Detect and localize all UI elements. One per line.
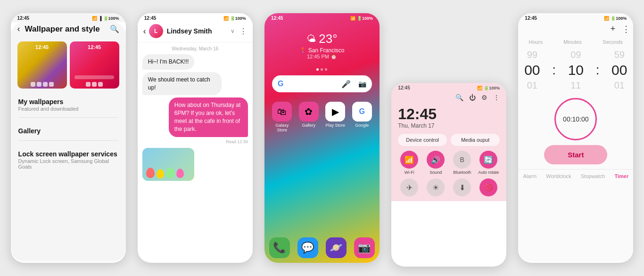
device-control-btn[interactable]: Device control [398, 134, 447, 146]
page-dots [264, 68, 380, 71]
home-bottom-bar: 📞 💬 🪐 📷 [264, 237, 380, 258]
timer-scroll: 99 00 01 : 09 10 11 : 59 00 01 [518, 47, 633, 93]
my-wallpapers-title: My wallpapers [18, 98, 118, 106]
wp-screen-icons-left [17, 82, 67, 87]
wp-clock-left: 12:45 [35, 44, 49, 50]
search-bar[interactable]: G 🎤 📷 [272, 75, 372, 92]
app-google[interactable]: G Google [351, 102, 373, 132]
chevron-icon[interactable]: ∨ [231, 28, 235, 34]
galaxy-store-icon: 🛍 [272, 102, 292, 122]
airplane-toggle-btn[interactable]: ✈ [400, 179, 418, 196]
status-time-2: 12:45 [144, 16, 157, 21]
app-gallery[interactable]: ✿ Gallery [297, 102, 320, 132]
wp-screen-icons-right [70, 82, 119, 87]
colon-1: : [552, 63, 556, 78]
msg-header: ‹ L Lindsey Smith ∨ ⋮ [138, 22, 253, 42]
wifi-icon-1: 📶 [92, 16, 97, 21]
contact-avatar: L [149, 24, 163, 38]
timer-circle: 00:10:00 [554, 98, 597, 140]
back-arrow-icon[interactable]: ‹ [17, 24, 20, 34]
search-cam-icon[interactable]: 📷 [358, 80, 366, 88]
phone-app[interactable]: 📞 [269, 237, 290, 258]
download-toggle-btn[interactable]: ⬇ [453, 179, 471, 196]
wallpaper-preview: 12:45 12:45 [11, 38, 126, 92]
msg-read-time: Read 12:39 [142, 139, 248, 144]
timer-labels: Hours Minutes Seconds [518, 37, 633, 47]
page-wrapper: 12:45 📶 ▐ 🔋100% ‹ Wallpaper and style 🔍 … [0, 0, 644, 276]
qp-power-icon[interactable]: ⏻ [469, 94, 476, 101]
app-grid: 🛍 Galaxy Store ✿ Gallery ▶ Play Store G … [264, 97, 380, 137]
wifi-toggle-btn[interactable]: 📶 [400, 151, 418, 169]
bluetooth-label: Bluetooth [453, 170, 471, 175]
tab-worldclock[interactable]: Worldclock [546, 173, 571, 179]
my-wallpapers-section[interactable]: My wallpapers Featured and downloaded [11, 92, 126, 114]
msg-received-2: We should meet to catch up! [142, 72, 222, 96]
bluetooth-toggle-btn[interactable]: B [453, 151, 471, 169]
status-bar-4: 12:45 📶 🔋100% [391, 83, 506, 92]
dnd-toggle-btn[interactable]: 🚫 [479, 179, 497, 196]
back-arrow-2[interactable]: ‹ [143, 26, 146, 36]
sound-toggle-btn[interactable]: 🔊 [427, 151, 445, 169]
hours-mid: 00 [524, 61, 540, 79]
messages-app[interactable]: 💬 [297, 237, 318, 258]
samsung-app[interactable]: 🪐 [326, 237, 347, 258]
location-icon: 📍 [299, 47, 306, 54]
media-output-btn[interactable]: Media ouput [451, 134, 500, 146]
wallpaper-thumb-right[interactable]: 12:45 [70, 41, 119, 89]
min-top: 09 [570, 49, 581, 61]
timer-add-icon[interactable]: + [611, 24, 616, 34]
min-bot: 11 [570, 79, 581, 91]
tab-stopwatch[interactable]: Stopwatch [581, 173, 605, 179]
phone3-home: 12:45 📶 🔋100% 🌤 23° 📍 San Francisco 12:4… [264, 13, 380, 263]
status-time-5: 12:45 [525, 16, 537, 21]
qp-clock: 12:45 [398, 102, 500, 122]
qp-more-icon[interactable]: ⋮ [493, 94, 500, 101]
lockscreen-section[interactable]: Lock screen wallpaper services Dynamic L… [11, 145, 126, 171]
search-mic-icon[interactable]: 🎤 [341, 80, 351, 89]
wifi-toggle[interactable]: 📶 Wi-Fi [398, 151, 421, 175]
contact-name: Lindsey Smith [167, 27, 231, 35]
phone5-timer: 12:45 📶 🔋100% + ⋮ Hours Minutes Seconds … [518, 13, 633, 263]
qp-settings-icon[interactable]: ⚙ [481, 94, 487, 101]
autorotate-toggle[interactable]: 🔄 Auto rotate [477, 151, 500, 175]
weather-icon: 🌤 [306, 33, 316, 44]
download-toggle[interactable]: ⬇ [451, 179, 473, 196]
timer-start-button[interactable]: Start [544, 145, 607, 164]
tab-alarm[interactable]: Alarm [523, 173, 537, 179]
bluetooth-toggle[interactable]: B Bluetooth [451, 151, 473, 175]
lockscreen-title: Lock screen wallpaper services [18, 150, 118, 158]
battery-icon-1: 🔋100% [103, 16, 119, 21]
google-logo: G [278, 80, 283, 88]
battery-icon-4: 🔋100% [484, 86, 500, 90]
wallpaper-thumb-left[interactable]: 12:45 [17, 41, 67, 89]
brightness-toggle-btn[interactable]: ☀ [427, 179, 445, 196]
battery-icon-5: 🔋100% [611, 16, 627, 21]
search-icon-1[interactable]: 🔍 [110, 24, 119, 33]
sound-toggle[interactable]: 🔊 Sound [424, 151, 447, 175]
sound-label: Sound [429, 170, 442, 175]
app-play-store[interactable]: ▶ Play Store [324, 102, 347, 132]
app-galaxy-store[interactable]: 🛍 Galaxy Store [271, 102, 293, 132]
brightness-toggle[interactable]: ☀ [424, 179, 447, 196]
quick-panel-body: 🔍 ⏻ ⚙ ⋮ 12:45 Thu, March 17 Device contr… [391, 92, 506, 201]
city: 📍 San Francisco [264, 47, 380, 54]
dnd-toggle[interactable]: 🚫 [477, 179, 500, 196]
autorotate-toggle-btn[interactable]: 🔄 [479, 151, 497, 169]
wifi-icon-5: 📶 [604, 16, 609, 21]
gallery-section[interactable]: Gallery [11, 122, 126, 137]
weather-time: 12:45 PM ⏰ [264, 54, 380, 60]
home-background: 12:45 📶 🔋100% 🌤 23° 📍 San Francisco 12:4… [264, 13, 380, 263]
camera-app[interactable]: 📷 [354, 237, 375, 258]
airplane-toggle[interactable]: ✈ [398, 179, 421, 196]
battery-icon-2: 🔋100% [230, 16, 246, 21]
divider1 [18, 117, 118, 118]
more-icon[interactable]: ⋮ [239, 27, 247, 36]
dot-2 [321, 68, 323, 71]
status-icons-5: 📶 🔋100% [604, 16, 627, 21]
msg-received-1: Hi~! I'm BACK!!! [142, 54, 195, 70]
tab-timer[interactable]: Timer [614, 173, 628, 179]
msg-list: Hi~! I'm BACK!!! We should meet to catch… [138, 54, 253, 181]
timer-more-icon[interactable]: ⋮ [622, 24, 630, 34]
hours-label: Hours [529, 39, 543, 45]
qp-search-icon[interactable]: 🔍 [455, 94, 463, 101]
